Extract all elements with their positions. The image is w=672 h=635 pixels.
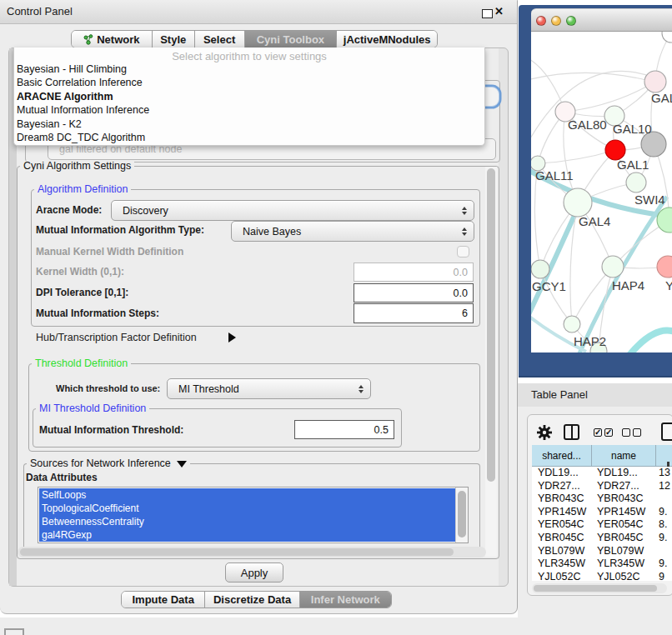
mi-steps-value: 6 xyxy=(462,308,468,319)
algorithm-option[interactable]: ARACNE Algorithm xyxy=(17,90,482,103)
float-window-icon[interactable] xyxy=(482,9,493,18)
tab-label: Style xyxy=(160,33,186,46)
table-cell: YPR145W xyxy=(538,506,586,519)
mi-steps-label: Mutual Information Steps: xyxy=(36,308,159,319)
attribute-item[interactable]: BetweennessCentrality xyxy=(39,515,459,528)
kernel-width-input[interactable]: 0.0 xyxy=(354,262,474,282)
attribute-item[interactable]: TopologicalCoefficient xyxy=(39,502,459,515)
page-icon[interactable] xyxy=(661,422,672,441)
partial-header-glyph xyxy=(667,462,669,467)
table-cell: 9. xyxy=(659,506,667,519)
checked-boxes-icon[interactable]: ✓ ✓ xyxy=(594,428,614,438)
table-row[interactable]: YDR27...YDR27...12 xyxy=(532,480,672,493)
unchecked-boxes-icon[interactable] xyxy=(622,428,642,438)
tab-label: Infer Network xyxy=(311,593,380,606)
tab-network[interactable]: Network xyxy=(72,31,153,48)
tab-label: Network xyxy=(97,33,139,46)
table-row[interactable]: YDL19...YDL19...13 xyxy=(532,467,672,480)
column-header[interactable]: shared... xyxy=(532,445,592,467)
table-cell: YDR27... xyxy=(597,480,639,493)
gear-icon[interactable] xyxy=(537,425,552,440)
node-hap2[interactable] xyxy=(564,316,580,332)
table-row[interactable]: YLR345WYLR345W9. xyxy=(532,558,672,571)
tab-jactivemnodules[interactable]: jActiveMNodules xyxy=(337,31,437,48)
node-hap4[interactable] xyxy=(602,256,624,278)
columns-icon[interactable] xyxy=(564,424,579,440)
graph-label-gcy1: GCY1 xyxy=(532,279,566,293)
algorithm-option[interactable]: Basic Correlation Inference xyxy=(17,76,482,89)
table-cell: 9. xyxy=(659,532,667,545)
algorithm-option[interactable]: Dream8 DC_TDC Algorithm xyxy=(17,131,482,144)
kernel-width-label: Kernel Width (0,1): xyxy=(36,266,124,278)
table-cell: YBL079W xyxy=(597,545,644,558)
table-cell: 12 xyxy=(659,480,670,493)
attribute-item[interactable]: SelfLoops xyxy=(39,488,459,502)
network-canvas[interactable]: GAL2GAL80GAL10GAL1GAL11SWI4GAL4GCY1HAP4Y… xyxy=(531,32,672,352)
combo-arrows-icon xyxy=(462,207,468,215)
hub-expander-label[interactable]: Hub/Transcription Factor Definition xyxy=(36,332,197,343)
algorithm-option[interactable]: Bayesian - K2 xyxy=(17,118,482,131)
network-window-titlebar[interactable] xyxy=(531,8,672,32)
manual-kernel-checkbox[interactable] xyxy=(457,246,469,258)
table-cell: 9 xyxy=(659,571,664,581)
apply-button[interactable]: Apply xyxy=(225,562,283,582)
tab-label: Discretize Data xyxy=(213,593,291,606)
table-cell: YJL052C xyxy=(597,571,639,581)
close-icon[interactable]: ✕ xyxy=(494,5,504,18)
tab-select[interactable]: Select xyxy=(195,31,245,48)
tab-impute-data[interactable]: Impute Data xyxy=(122,592,205,608)
table-row[interactable]: YBR043CYBR043C xyxy=(532,492,672,506)
node-gal4[interactable] xyxy=(564,188,592,217)
node-gal2[interactable] xyxy=(644,71,666,92)
table-cell: YBR045C xyxy=(597,532,644,545)
column-header[interactable]: name xyxy=(592,445,656,467)
table-cell: YER054C xyxy=(538,518,584,532)
column-header[interactable] xyxy=(656,445,672,467)
minimize-traffic-light-icon[interactable] xyxy=(551,16,561,26)
mi-type-combo[interactable]: Naive Bayes xyxy=(231,221,474,242)
tab-label: Select xyxy=(203,33,235,46)
table-row[interactable]: YBR045CYBR045C9. xyxy=(532,532,672,545)
node-gcy1[interactable] xyxy=(531,260,549,278)
aracne-mode-combo[interactable]: Discovery xyxy=(111,200,474,221)
graph-thick-edge xyxy=(629,331,672,352)
table-cell: YDL19... xyxy=(538,467,579,480)
node-table[interactable]: shared...name YDL19...YDL19...13YDR27...… xyxy=(532,445,672,581)
mi-steps-input[interactable]: 6 xyxy=(354,303,474,323)
tab-cyni-toolbox[interactable]: Cyni Toolbox xyxy=(245,31,338,48)
tab-style[interactable]: Style xyxy=(153,31,195,48)
network-icon xyxy=(83,34,93,45)
node-gal1[interactable] xyxy=(626,172,646,192)
close-traffic-light-icon[interactable] xyxy=(536,16,546,26)
dpi-tolerance-input[interactable]: 0.0 xyxy=(354,283,474,302)
bottom-tab-bar: Impute DataDiscretize DataInfer Network xyxy=(121,591,392,608)
table-cell: YBR045C xyxy=(538,532,584,545)
algorithm-definition-title: Algorithm Definition xyxy=(34,184,131,195)
node-top[interactable] xyxy=(662,32,672,42)
tab-discretize-data[interactable]: Discretize Data xyxy=(205,592,299,608)
mi-threshold-input[interactable]: 0.5 xyxy=(294,420,394,439)
corner-grid-icon[interactable] xyxy=(4,628,24,635)
data-attributes-list[interactable]: SelfLoopsTopologicalCoefficientBetweenne… xyxy=(38,487,469,543)
collapse-arrow-icon[interactable] xyxy=(177,461,187,468)
expander-arrow-icon[interactable] xyxy=(228,332,236,342)
graph-label-gal10: GAL10 xyxy=(613,122,652,136)
table-row[interactable]: YER054CYER054C8. xyxy=(532,518,672,532)
table-row[interactable]: YJL052CYJL052C9 xyxy=(532,571,672,581)
zoom-traffic-light-icon[interactable] xyxy=(566,16,576,26)
table-row[interactable]: YBL079WYBL079W xyxy=(532,545,672,558)
mi-threshold-value: 0.5 xyxy=(374,424,389,436)
table-row[interactable]: YPR145WYPR145W9. xyxy=(532,506,672,519)
which-threshold-combo[interactable]: MI Threshold xyxy=(167,378,371,399)
table-hscrollbar-thumb[interactable] xyxy=(534,585,657,592)
algorithm-option[interactable]: Bayesian - Hill Climbing xyxy=(17,62,482,76)
list-vscrollbar-thumb[interactable] xyxy=(458,491,466,538)
table-cell: YLR345W xyxy=(538,558,585,571)
settings-hscrollbar-thumb[interactable] xyxy=(20,548,454,556)
attribute-item[interactable]: gal4RGexp xyxy=(39,528,459,542)
algorithm-option[interactable]: Mutual Information Inference xyxy=(17,103,482,117)
settings-vscrollbar-thumb[interactable] xyxy=(487,168,495,482)
graph-edge xyxy=(531,71,656,155)
tab-infer-network[interactable]: Infer Network xyxy=(300,592,391,608)
node-y[interactable] xyxy=(657,256,672,278)
